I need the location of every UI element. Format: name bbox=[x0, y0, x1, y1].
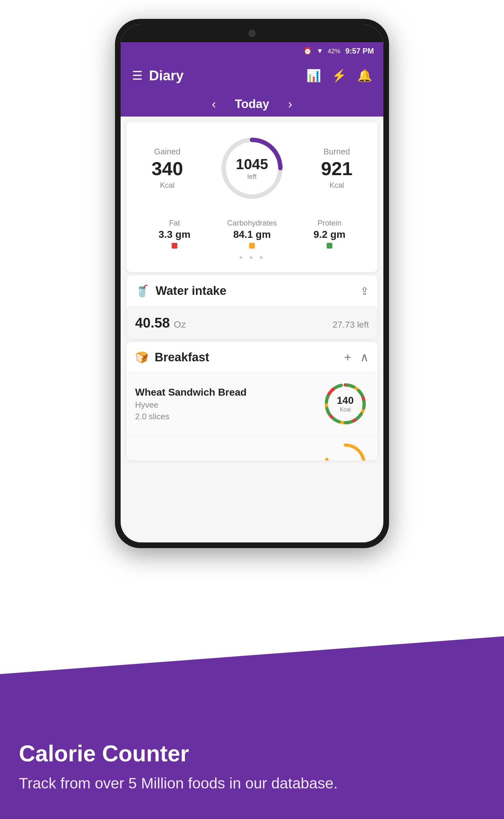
front-camera bbox=[249, 30, 255, 37]
breakfast-add-button[interactable]: + bbox=[344, 351, 351, 364]
fat-label: Fat bbox=[169, 219, 180, 227]
water-intake-card[interactable]: 🥤 Water intake ⇪ 40.58 Oz 27.73 left bbox=[126, 275, 378, 339]
status-icons: ⏰ ▼ 42% bbox=[303, 47, 340, 55]
partial-kcal-donut bbox=[322, 440, 369, 461]
tagline-title: Calorie Counter bbox=[19, 741, 485, 766]
phone-notch bbox=[121, 25, 383, 42]
calorie-donut-chart: 1045 left bbox=[217, 134, 287, 203]
breakfast-section-header: 🍞 Breakfast + ∧ bbox=[126, 342, 378, 373]
donut-center: 1045 left bbox=[236, 156, 268, 181]
kcal-donut-center: 140 Kcal bbox=[337, 395, 353, 413]
lightning-icon[interactable]: ⚡ bbox=[332, 69, 347, 83]
next-day-button[interactable]: › bbox=[288, 97, 292, 111]
breakfast-actions: + ∧ bbox=[344, 350, 369, 364]
gained-label: Gained bbox=[154, 147, 180, 157]
burned-value: 921 bbox=[321, 158, 352, 180]
food-item-info: Wheat Sandwich Bread Hyvee 2.0 slices bbox=[135, 387, 322, 421]
carbs-dot bbox=[249, 243, 255, 249]
prev-day-button[interactable]: ‹ bbox=[212, 97, 216, 111]
kcal-left-label: left bbox=[247, 173, 256, 181]
protein-macro: Protein 9.2 gm bbox=[291, 219, 368, 249]
bell-icon[interactable]: 🔔 bbox=[357, 69, 372, 83]
alarm-icon: ⏰ bbox=[303, 47, 312, 55]
bottom-text-section: Calorie Counter Track from over 5 Millio… bbox=[0, 643, 504, 819]
water-amount-value: 40.58 bbox=[135, 315, 170, 330]
partial-kcal-svg bbox=[322, 440, 369, 461]
svg-point-5 bbox=[326, 445, 364, 461]
app-bar-icons: 📊 ⚡ 🔔 bbox=[306, 69, 372, 83]
water-amount-group: 40.58 Oz bbox=[135, 315, 186, 331]
current-date-label: Today bbox=[235, 97, 269, 111]
breakfast-icon: 🍞 bbox=[135, 351, 148, 364]
breakfast-collapse-button[interactable]: ∧ bbox=[360, 350, 369, 364]
food-item-kcal-value: 140 bbox=[337, 395, 353, 406]
water-section-title: Water intake bbox=[156, 284, 354, 298]
gained-value: 340 bbox=[152, 158, 183, 180]
food-item-kcal-label: Kcal bbox=[340, 406, 351, 413]
fat-value: 3.3 gm bbox=[158, 229, 190, 240]
food-item-brand: Hyvee bbox=[135, 400, 322, 410]
status-time: 9:57 PM bbox=[345, 47, 374, 55]
fat-dot bbox=[172, 243, 177, 249]
chart-icon[interactable]: 📊 bbox=[306, 69, 321, 83]
water-unit: Oz bbox=[174, 319, 186, 329]
burned-section: Burned 921 Kcal bbox=[305, 147, 368, 190]
carbs-label: Carbohydrates bbox=[227, 219, 277, 227]
food-item-serving: 2.0 slices bbox=[135, 412, 322, 421]
calorie-top-row: Gained 340 Kcal bbox=[136, 134, 368, 203]
date-navigation: ‹ Today › bbox=[121, 91, 383, 117]
more-dots: • • • bbox=[136, 252, 368, 263]
app-bar: ☰ Diary 📊 ⚡ 🔔 bbox=[121, 60, 383, 91]
calorie-summary-card: Gained 340 Kcal bbox=[126, 122, 378, 272]
kcal-left-value: 1045 bbox=[236, 156, 268, 173]
food-item-partial bbox=[126, 435, 378, 461]
water-section-header: 🥤 Water intake ⇪ bbox=[126, 275, 378, 307]
water-data-row: 40.58 Oz 27.73 left bbox=[126, 307, 378, 339]
tagline-subtitle: Track from over 5 Million foods in our d… bbox=[19, 773, 485, 794]
app-title: Diary bbox=[149, 68, 300, 83]
gained-unit: Kcal bbox=[160, 181, 175, 190]
protein-dot bbox=[327, 243, 332, 249]
macros-row: Fat 3.3 gm Carbohydrates 84.1 gm Protein… bbox=[136, 212, 368, 249]
status-bar: ⏰ ▼ 42% 9:57 PM bbox=[121, 42, 383, 60]
wifi-icon: ▼ bbox=[316, 47, 323, 55]
page-wrapper: ⏰ ▼ 42% 9:57 PM ☰ Diary 📊 ⚡ 🔔 ‹ Today bbox=[0, 0, 504, 819]
phone-frame: ⏰ ▼ 42% 9:57 PM ☰ Diary 📊 ⚡ 🔔 ‹ Today bbox=[115, 19, 389, 548]
food-item-wheat-bread[interactable]: Wheat Sandwich Bread Hyvee 2.0 slices bbox=[126, 373, 378, 435]
phone-screen: ⏰ ▼ 42% 9:57 PM ☰ Diary 📊 ⚡ 🔔 ‹ Today bbox=[121, 25, 383, 542]
protein-label: Protein bbox=[318, 219, 341, 227]
scroll-content: Gained 340 Kcal bbox=[121, 117, 383, 542]
water-left-value: 27.73 left bbox=[333, 320, 369, 330]
food-item-kcal-donut: 140 Kcal bbox=[322, 380, 369, 427]
burned-label: Burned bbox=[324, 147, 350, 157]
protein-value: 9.2 gm bbox=[313, 229, 345, 240]
water-glass-icon: 🥤 bbox=[135, 284, 149, 298]
fat-macro: Fat 3.3 gm bbox=[136, 219, 213, 249]
battery-indicator: 42% bbox=[328, 48, 340, 55]
food-item-name: Wheat Sandwich Bread bbox=[135, 387, 322, 398]
carbs-value: 84.1 gm bbox=[233, 229, 271, 240]
water-share-icon[interactable]: ⇪ bbox=[360, 285, 369, 297]
burned-unit: Kcal bbox=[329, 181, 344, 190]
breakfast-card: 🍞 Breakfast + ∧ Wheat Sandwich Bread Hyv… bbox=[126, 342, 378, 461]
breakfast-section-title: Breakfast bbox=[155, 351, 338, 364]
gained-section: Gained 340 Kcal bbox=[136, 147, 199, 190]
menu-icon[interactable]: ☰ bbox=[132, 69, 143, 83]
carbs-macro: Carbohydrates 84.1 gm bbox=[213, 219, 291, 249]
